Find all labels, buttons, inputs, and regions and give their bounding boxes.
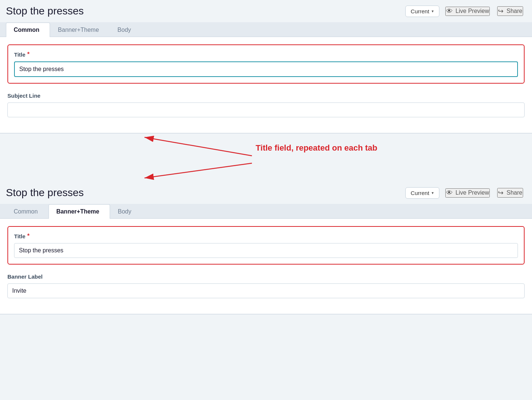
live-preview-button-bottom[interactable]: 👁 Live Preview bbox=[445, 188, 490, 198]
banner-label-label-bottom: Banner Label bbox=[7, 273, 525, 280]
share-icon-top: ↪ bbox=[498, 7, 503, 15]
title-input-top[interactable] bbox=[14, 61, 518, 77]
page-title-top: Stop the presses bbox=[6, 5, 399, 17]
version-dropdown-top[interactable]: Current ▾ bbox=[405, 6, 439, 17]
top-panel: Stop the presses Current ▾ 👁 Live Previe… bbox=[0, 0, 532, 134]
tab-body-bottom[interactable]: Body bbox=[110, 204, 142, 219]
title-field-group-top: Title * bbox=[7, 44, 525, 84]
subject-line-group-top: Subject Line bbox=[7, 93, 525, 117]
header-actions-bottom: 👁 Live Preview ↪ Share bbox=[445, 188, 523, 198]
tabs-bar-top: Common Banner+Theme Body bbox=[0, 22, 532, 37]
share-label-bottom: Share bbox=[506, 189, 522, 196]
annotation-text: Title field, repeated on each tab bbox=[256, 143, 377, 154]
tab-banner-theme-top[interactable]: Banner+Theme bbox=[50, 23, 110, 37]
header-actions-top: 👁 Live Preview ↪ Share bbox=[445, 6, 523, 16]
share-label-top: Share bbox=[506, 8, 522, 14]
annotation-arrows bbox=[0, 134, 532, 182]
tab-body-top[interactable]: Body bbox=[110, 23, 142, 37]
required-star-top: * bbox=[27, 51, 30, 58]
subject-line-label-top: Subject Line bbox=[7, 93, 525, 99]
svg-line-3 bbox=[144, 163, 252, 178]
eye-icon-top: 👁 bbox=[446, 7, 453, 15]
top-content-area: Title * Subject Line bbox=[0, 37, 532, 133]
live-preview-label-bottom: Live Preview bbox=[456, 189, 489, 196]
title-input-bottom[interactable] bbox=[14, 243, 518, 258]
share-button-top[interactable]: ↪ Share bbox=[497, 6, 523, 16]
tab-common-top[interactable]: Common bbox=[6, 23, 50, 37]
live-preview-button-top[interactable]: 👁 Live Preview bbox=[445, 7, 490, 16]
banner-label-group-bottom: Banner Label bbox=[7, 273, 525, 298]
chevron-down-icon-bottom: ▾ bbox=[432, 191, 434, 195]
top-header: Stop the presses Current ▾ 👁 Live Previe… bbox=[0, 0, 532, 22]
bottom-content-area: Title * Banner Label bbox=[0, 219, 532, 314]
banner-label-input-bottom[interactable] bbox=[7, 283, 525, 298]
svg-line-2 bbox=[144, 137, 252, 156]
version-dropdown-bottom[interactable]: Current ▾ bbox=[405, 187, 439, 199]
bottom-panel: Stop the presses Current ▾ 👁 Live Previe… bbox=[0, 182, 532, 315]
eye-icon-bottom: 👁 bbox=[446, 189, 453, 197]
required-star-bottom: * bbox=[27, 233, 30, 239]
title-field-group-bottom: Title * bbox=[7, 226, 525, 265]
annotation-area: Title field, repeated on each tab bbox=[0, 134, 532, 182]
share-button-bottom[interactable]: ↪ Share bbox=[497, 188, 523, 198]
title-label-bottom: Title * bbox=[14, 233, 518, 239]
version-label-bottom: Current bbox=[411, 190, 429, 196]
version-label-top: Current bbox=[411, 8, 429, 14]
page-title-bottom: Stop the presses bbox=[6, 187, 399, 199]
tabs-bar-bottom: Common Banner+Theme Body bbox=[0, 204, 532, 219]
subject-line-input-top[interactable] bbox=[7, 102, 525, 117]
tab-common-bottom[interactable]: Common bbox=[6, 204, 49, 219]
share-icon-bottom: ↪ bbox=[498, 189, 503, 197]
bottom-header: Stop the presses Current ▾ 👁 Live Previe… bbox=[0, 182, 532, 204]
tab-banner-theme-bottom[interactable]: Banner+Theme bbox=[49, 204, 110, 219]
chevron-down-icon-top: ▾ bbox=[432, 9, 434, 14]
title-label-top: Title * bbox=[14, 51, 518, 58]
live-preview-label-top: Live Preview bbox=[456, 8, 489, 14]
